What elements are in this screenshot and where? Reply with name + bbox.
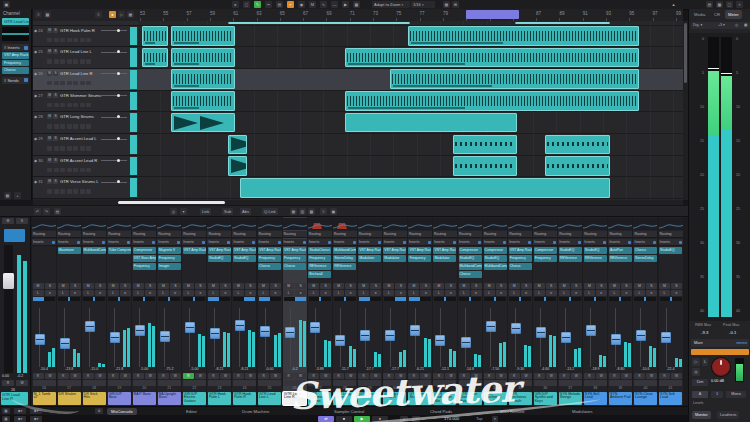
- channel-listen-button[interactable]: L: [509, 290, 520, 296]
- listen-bus-icon[interactable]: L: [702, 358, 708, 366]
- channel-mute-button[interactable]: M: [534, 283, 545, 289]
- track-control-button[interactable]: [54, 189, 59, 194]
- insert-slot[interactable]: StudioEQ: [659, 247, 682, 254]
- insert-slot[interactable]: VST Amp Rack: [358, 247, 381, 254]
- sub-button[interactable]: Sub: [222, 208, 233, 215]
- channel-listen-button[interactable]: L: [559, 290, 570, 296]
- track-mute-button[interactable]: M: [47, 49, 52, 54]
- track-control-button[interactable]: [86, 59, 91, 64]
- inserts-row[interactable]: Inserts: [508, 239, 532, 246]
- insert-slot[interactable]: StudioEQ: [484, 255, 507, 262]
- read-automation-button[interactable]: R: [534, 373, 545, 379]
- channel-solo-button[interactable]: S: [320, 283, 331, 289]
- track-control-button[interactable]: [86, 168, 91, 173]
- midi-activity-icon[interactable]: ◆▾: [30, 416, 42, 422]
- write-automation-button[interactable]: W: [270, 373, 281, 379]
- routing-row[interactable]: Routing: [659, 231, 683, 238]
- channel-name-label[interactable]: GTR Accent Lead L: [358, 392, 381, 405]
- pan-control[interactable]: [660, 297, 682, 301]
- track-control-button[interactable]: [47, 38, 52, 43]
- track-control-button[interactable]: [67, 124, 72, 129]
- fader-cap[interactable]: [260, 326, 270, 337]
- track-control-button[interactable]: [60, 38, 65, 43]
- channel-solo-button[interactable]: S: [370, 283, 381, 289]
- track-header[interactable]: ◆ 26MSGTR Lead Line R: [33, 69, 137, 91]
- pan-control[interactable]: [459, 297, 481, 301]
- volume-slider-handle[interactable]: [117, 115, 120, 118]
- channel-solo-button[interactable]: S: [471, 283, 482, 289]
- inserts-bypass-icon[interactable]: [303, 241, 306, 244]
- channel-edit-button[interactable]: e: [95, 290, 106, 296]
- channel-mute-button[interactable]: M: [283, 283, 294, 289]
- inserts-row[interactable]: Inserts: [433, 239, 457, 246]
- write-automation-button[interactable]: W: [145, 373, 156, 379]
- insert-slot[interactable]: REVerence: [584, 255, 607, 262]
- fullscreen-icon[interactable]: ▣: [330, 208, 337, 215]
- control-room-level-knob[interactable]: [712, 358, 730, 376]
- inserts-row[interactable]: Inserts: [633, 239, 657, 246]
- track-control-button[interactable]: [54, 146, 59, 151]
- insert-slot[interactable]: Compressor: [459, 247, 482, 254]
- monitor-modes-icon[interactable]: ▷: [118, 11, 125, 18]
- inserts-bypass-icon[interactable]: [603, 241, 606, 244]
- mixer-channel[interactable]: RoutingInsertsMultibandCompStereoDelayRE…: [333, 217, 357, 406]
- channel-name-label[interactable]: BA P Bass: [133, 392, 156, 405]
- insert-slot[interactable]: Frequency: [2, 60, 29, 67]
- mixer-channel[interactable]: RoutingInsertsMultibandCompMSLe-15.0RW18…: [82, 217, 106, 406]
- meter-offset-dropdown[interactable]: +3 ▾: [716, 22, 734, 29]
- insert-slot[interactable]: Frequency: [308, 255, 331, 262]
- bottom-tab-monitor[interactable]: Monitor: [692, 411, 711, 419]
- hub-window-icon[interactable]: ▣: [3, 1, 10, 8]
- inserts-row[interactable]: Inserts: [157, 239, 181, 246]
- link-button[interactable]: Link: [200, 208, 211, 215]
- lower-tab-mixconsole[interactable]: MixConsole: [107, 408, 137, 415]
- redo-icon[interactable]: ↷: [43, 208, 50, 215]
- eq-curve-thumbnail[interactable]: [107, 218, 131, 230]
- track-header[interactable]: ◆ 27MSGTR Shimmer Strums: [33, 91, 137, 113]
- fader-section[interactable]: [283, 308, 307, 367]
- write-automation-button[interactable]: W: [70, 373, 81, 379]
- track-solo-button[interactable]: S: [53, 93, 58, 98]
- channel-mute-button[interactable]: M: [634, 283, 645, 289]
- read-automation-button[interactable]: R: [2, 380, 14, 386]
- track-filter-icon[interactable]: ▩: [44, 11, 51, 18]
- eq-curve-thumbnail[interactable]: [207, 218, 231, 230]
- read-automation-button[interactable]: R: [233, 373, 244, 379]
- fader-cap[interactable]: [511, 323, 521, 334]
- channel-solo-button[interactable]: S: [195, 283, 206, 289]
- inserts-bypass-icon[interactable]: [127, 241, 130, 244]
- routing-row[interactable]: Routing: [483, 231, 507, 238]
- track-control-button[interactable]: [54, 38, 59, 43]
- rack-select-icon[interactable]: ▦: [290, 208, 297, 215]
- fader-section[interactable]: [433, 308, 457, 367]
- lower-tab-chord-pads[interactable]: Chord Pads: [426, 408, 456, 415]
- inserts-bypass-icon[interactable]: [553, 241, 556, 244]
- channel-edit-button[interactable]: e: [471, 290, 482, 296]
- routing-row[interactable]: Routing: [283, 231, 307, 238]
- channel-name-label[interactable]: GTR Verse Chorus Guitar: [459, 392, 482, 405]
- glue-tool[interactable]: ▤: [276, 1, 283, 8]
- read-automation-button[interactable]: R: [584, 373, 595, 379]
- routing-row[interactable]: Routing: [258, 231, 282, 238]
- read-automation-button[interactable]: R: [133, 373, 144, 379]
- track-header[interactable]: ◆ 28MSGTR Long Strums: [33, 112, 137, 134]
- right-zone-tab-meter[interactable]: Meter: [725, 10, 742, 19]
- play-tool[interactable]: ▶: [342, 1, 349, 8]
- inserts-bypass-icon[interactable]: [653, 241, 656, 244]
- pan-control[interactable]: [133, 297, 155, 301]
- channel-listen-button[interactable]: L: [659, 290, 670, 296]
- eq-curve-thumbnail[interactable]: [533, 218, 557, 230]
- inserts-row[interactable]: Inserts: [608, 239, 632, 246]
- color-tool[interactable]: ▩: [353, 1, 360, 8]
- inserts-row[interactable]: Inserts: [458, 239, 482, 246]
- mute-button[interactable]: M: [2, 218, 14, 224]
- routing-row[interactable]: Routing: [508, 231, 532, 238]
- channel-mute-button[interactable]: M: [208, 283, 219, 289]
- fader-section[interactable]: [258, 308, 282, 367]
- fader-section[interactable]: [408, 308, 432, 367]
- fader-cap[interactable]: [661, 332, 671, 343]
- lower-tab-drum-machine[interactable]: Drum Machine: [238, 408, 273, 415]
- channel-name-label[interactable]: GTR Lead Line R: [1, 392, 28, 405]
- channel-edit-button[interactable]: e: [270, 290, 281, 296]
- lower-tab-editor[interactable]: Editor: [182, 408, 201, 415]
